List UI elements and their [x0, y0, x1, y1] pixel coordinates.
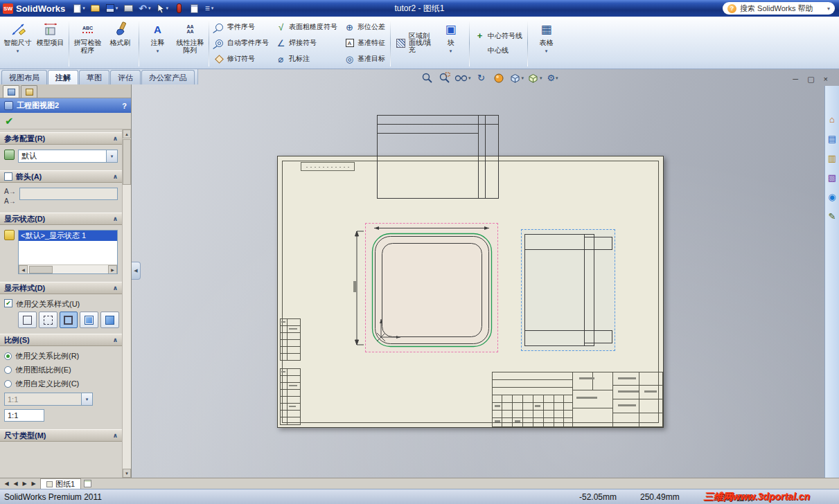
custom-scale-field[interactable]: 1:1	[4, 409, 44, 422]
scale-option-sheet[interactable]: 使用图纸比例(E)	[4, 365, 71, 375]
title-block[interactable]	[492, 372, 663, 427]
print-button[interactable]	[122, 1, 134, 15]
save-button[interactable]: ▾	[105, 1, 120, 15]
scroll-down-button[interactable]: ▼	[123, 469, 131, 478]
area-hatch-button[interactable]: 区域剖面线/填充	[393, 33, 434, 53]
collapse-icon[interactable]: ∧	[113, 285, 118, 291]
section-display-style[interactable]: 显示样式(D) ∧	[0, 282, 122, 294]
scale-combo[interactable]: 1:1 ▾	[4, 393, 93, 406]
horizontal-scrollbar[interactable]: ◀ ▶	[19, 264, 117, 273]
center-mark-button[interactable]: +中心符号线	[472, 30, 525, 41]
feature-manager-tab[interactable]	[3, 85, 19, 98]
zoom-area-button[interactable]	[437, 71, 451, 84]
section-arrow[interactable]: 箭头(A) ∧	[0, 170, 122, 183]
appearances-icon[interactable]: ◉	[827, 191, 838, 203]
section-scale[interactable]: 比例(S) ∧	[0, 334, 122, 346]
note-button[interactable]: A 注释 ▾	[141, 18, 174, 68]
minimize-button[interactable]: ─	[793, 75, 798, 84]
scrollbar-thumb[interactable]	[123, 139, 131, 185]
sheet-note[interactable]	[301, 162, 355, 171]
tab-sketch[interactable]: 草图	[79, 70, 109, 84]
scale-option-parent[interactable]: 使用父关系比例(R)	[4, 351, 79, 361]
previous-sheet-button[interactable]: ◀	[11, 480, 20, 487]
shaded-style-button[interactable]	[100, 312, 119, 328]
design-library-icon[interactable]: ▤	[827, 133, 838, 145]
resources-home-icon[interactable]: ⌂	[827, 114, 838, 125]
collapse-icon[interactable]: ∧	[113, 215, 118, 222]
collapse-icon[interactable]: ∧	[113, 432, 118, 439]
view-settings-button[interactable]: ⚙▾	[546, 71, 560, 84]
tab-annotation[interactable]: 注解	[48, 70, 78, 84]
linear-note-pattern-button[interactable]: AA AA 线性注释阵列	[174, 18, 206, 68]
help-icon[interactable]: ?	[122, 102, 127, 110]
last-sheet-button[interactable]: ▶	[29, 480, 38, 487]
display-state-selected-item[interactable]: <默认>_显示状态 1	[19, 231, 117, 241]
configuration-select[interactable]: 默认 ▾	[18, 150, 118, 163]
chevron-down-icon[interactable]: ▾	[106, 150, 117, 162]
drawing-view-projected[interactable]	[376, 114, 500, 199]
help-search-box[interactable]: ? 搜索 SolidWorks 帮助 ▾	[723, 2, 835, 15]
panel-scrollbar[interactable]: ▲ ▼	[122, 129, 131, 478]
model-items-button[interactable]: 模型项目	[34, 18, 67, 68]
drawing-view-side[interactable]	[521, 229, 615, 351]
radio-sheet-scale[interactable]	[4, 366, 12, 374]
close-button[interactable]: ×	[824, 75, 828, 84]
file-properties-button[interactable]	[188, 1, 200, 15]
scroll-up-button[interactable]: ▲	[123, 129, 131, 138]
tab-view-layout[interactable]: 视图布局	[1, 70, 47, 84]
datum-feature-button[interactable]: A基准特征	[342, 35, 388, 51]
undo-button[interactable]: ↶▾	[137, 1, 152, 15]
scale-option-custom[interactable]: 使用自定义比例(C)	[4, 379, 79, 389]
balloon-button[interactable]: 零件序号	[211, 19, 272, 35]
custom-properties-icon[interactable]: ✎	[827, 210, 838, 222]
new-document-button[interactable]: ▾	[72, 1, 87, 15]
search-dropdown-icon[interactable]: ▾	[827, 6, 830, 12]
arrow-label-field[interactable]	[19, 188, 118, 200]
add-sheet-button[interactable]	[84, 480, 91, 487]
scroll-right-button[interactable]: ▶	[108, 265, 117, 274]
block-button[interactable]: ▣ 块 ▾	[434, 18, 467, 68]
refresh-view-button[interactable]: ↻	[475, 71, 488, 84]
format-painter-button[interactable]: 格式刷	[104, 18, 136, 68]
revision-symbol-button[interactable]: 修订符号	[211, 51, 272, 67]
hidden-lines-removed-button[interactable]	[60, 312, 78, 328]
sheet-tab-active[interactable]: 图纸1	[40, 478, 81, 489]
hole-callout-button[interactable]: ⌀孔标注	[273, 51, 340, 67]
hide-show-items-button[interactable]: ▾	[454, 71, 471, 84]
select-button[interactable]: ▾	[155, 1, 170, 15]
collapse-icon[interactable]: ∧	[113, 336, 118, 343]
edit-appearance-button[interactable]	[492, 71, 506, 84]
display-state-list[interactable]: <默认>_显示状态 1 ◀ ▶	[18, 230, 118, 274]
section-reference-configuration[interactable]: 参考配置(R) ∧	[0, 132, 122, 145]
zoom-fit-button[interactable]	[420, 71, 434, 84]
centerline-button[interactable]: 中心线	[472, 45, 525, 55]
first-sheet-button[interactable]: ◀	[2, 480, 11, 487]
drawing-view-front-selected[interactable]	[365, 223, 498, 352]
view-palette-icon[interactable]: ▧	[827, 172, 838, 183]
display-style-button[interactable]: ▾	[509, 71, 524, 84]
vertical-dimension[interactable]	[350, 228, 364, 348]
arrow-style-option[interactable]: A→	[4, 197, 16, 205]
table-button[interactable]: ▦ 表格 ▾	[530, 18, 563, 68]
rebuild-button[interactable]	[173, 1, 185, 15]
section-display-state[interactable]: 显示状态(D) ∧	[0, 213, 122, 225]
tab-evaluate[interactable]: 评估	[110, 70, 141, 84]
wireframe-style-button[interactable]	[18, 312, 37, 328]
hidden-lines-visible-button[interactable]	[39, 312, 58, 328]
accept-check-button[interactable]: ✔	[5, 115, 14, 127]
weld-symbol-button[interactable]: ∠焊接符号	[273, 35, 340, 51]
geometric-tolerance-button[interactable]: ⊕形位公差	[342, 19, 388, 35]
shaded-with-edges-button[interactable]	[80, 312, 98, 328]
tab-office-products[interactable]: 办公室产品	[141, 70, 195, 84]
radio-custom-scale[interactable]	[4, 380, 12, 388]
surface-finish-button[interactable]: √表面粗糙度符号	[273, 19, 340, 35]
collapse-icon[interactable]: ∧	[113, 173, 118, 180]
next-sheet-button[interactable]: ▶	[20, 480, 29, 487]
panel-collapse-handle[interactable]: ◀	[132, 262, 141, 280]
collapse-icon[interactable]: ∧	[113, 135, 118, 142]
arrow-style-option[interactable]: A→	[4, 188, 16, 195]
datum-target-button[interactable]: ◎基准目标	[342, 51, 388, 67]
scrollbar-thumb[interactable]	[29, 266, 53, 273]
smart-dimension-button[interactable]: 智能尺寸 ▾	[1, 18, 34, 68]
options-button[interactable]: ≡▾	[203, 1, 215, 15]
